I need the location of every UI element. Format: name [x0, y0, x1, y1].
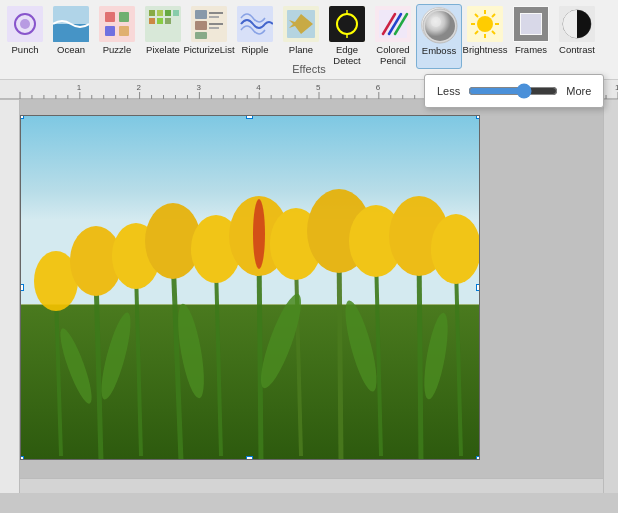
svg-rect-55 [521, 14, 541, 34]
handle-bm[interactable] [246, 456, 253, 460]
svg-rect-24 [209, 23, 223, 25]
svg-rect-13 [165, 10, 171, 16]
svg-point-82 [253, 199, 265, 269]
svg-point-41 [425, 11, 455, 41]
effect-label-emboss: Emboss [422, 45, 456, 56]
effect-item-ripple[interactable]: Ripple [232, 4, 278, 69]
svg-rect-12 [157, 10, 163, 16]
svg-rect-26 [237, 6, 273, 42]
effect-label-puzzle: Puzzle [103, 44, 132, 55]
handle-ml[interactable] [20, 284, 24, 291]
svg-rect-21 [195, 32, 207, 39]
image-frame[interactable] [20, 115, 480, 460]
effect-item-picturizelist[interactable]: PicturizeList [186, 4, 232, 69]
effect-label-picturizelist: PicturizeList [183, 44, 234, 55]
effect-item-punch[interactable]: Punch [2, 4, 48, 69]
svg-rect-7 [119, 12, 129, 22]
picturizelist-icon [191, 6, 227, 42]
svg-rect-11 [149, 10, 155, 16]
effect-item-pixelate[interactable]: Pixelate [140, 4, 186, 69]
svg-line-69 [419, 251, 421, 459]
svg-rect-15 [157, 18, 163, 24]
puzzle-icon [99, 6, 135, 42]
handle-bl[interactable] [20, 456, 24, 460]
svg-point-44 [477, 16, 493, 32]
svg-rect-6 [105, 12, 115, 22]
svg-point-2 [20, 19, 30, 29]
effect-item-edge-detect[interactable]: Edge Detect [324, 4, 370, 69]
vertical-scrollbar[interactable] [603, 100, 618, 493]
svg-rect-23 [209, 16, 219, 18]
effect-item-plane[interactable]: Plane [278, 4, 324, 69]
brightness-icon [467, 6, 503, 42]
svg-point-42 [431, 17, 441, 27]
pixelate-icon [145, 6, 181, 42]
effect-label-ocean: Ocean [57, 44, 85, 55]
effect-label-brightness: Brightness [463, 44, 508, 55]
effect-label-frames: Frames [515, 44, 547, 55]
slider-more-label: More [566, 85, 591, 97]
svg-rect-14 [149, 18, 155, 24]
horizontal-scrollbar[interactable] [20, 478, 603, 493]
effect-item-brightness[interactable]: Brightness [462, 4, 508, 69]
effect-item-emboss[interactable]: Emboss [416, 4, 462, 69]
contrast-icon [559, 6, 595, 42]
effect-label-ripple: Ripple [242, 44, 269, 55]
handle-tr[interactable] [476, 115, 480, 119]
handle-tm[interactable] [246, 115, 253, 119]
colored-pencil-icon [375, 6, 411, 42]
effect-item-puzzle[interactable]: Puzzle [94, 4, 140, 69]
frames-icon [513, 6, 549, 42]
effect-label-contrast: Contrast [559, 44, 595, 55]
vertical-ruler [0, 100, 20, 493]
emboss-slider[interactable] [468, 83, 558, 99]
svg-line-65 [259, 251, 261, 459]
effect-item-frames[interactable]: Frames [508, 4, 554, 69]
canvas-area [0, 100, 618, 493]
punch-icon [7, 6, 43, 42]
ocean-icon [53, 6, 89, 42]
effect-item-contrast[interactable]: Contrast [554, 4, 600, 69]
svg-rect-20 [195, 21, 207, 30]
slider-less-label: Less [437, 85, 460, 97]
canvas-image [21, 116, 479, 459]
handle-mr[interactable] [476, 284, 480, 291]
svg-rect-22 [209, 12, 223, 14]
plane-icon [283, 6, 319, 42]
ripple-icon [237, 6, 273, 42]
handle-tl[interactable] [20, 115, 24, 119]
emboss-icon [421, 7, 457, 43]
svg-rect-19 [195, 10, 207, 19]
effect-label-plane: Plane [289, 44, 313, 55]
svg-line-67 [339, 246, 341, 459]
svg-rect-8 [105, 26, 115, 36]
svg-rect-25 [209, 27, 219, 29]
effect-item-colored-pencil[interactable]: Colored Pencil [370, 4, 416, 69]
svg-rect-16 [165, 18, 171, 24]
svg-rect-9 [119, 26, 129, 36]
emboss-slider-popup: Less More [424, 74, 604, 108]
handle-br[interactable] [476, 456, 480, 460]
effect-item-ocean[interactable]: Ocean [48, 4, 94, 69]
svg-point-81 [431, 214, 479, 284]
effects-toolbar: PunchOceanPuzzlePixelatePicturizeListRip… [0, 0, 618, 80]
edge-detect-icon [329, 6, 365, 42]
effect-label-pixelate: Pixelate [146, 44, 180, 55]
svg-rect-59 [21, 305, 479, 459]
effect-label-punch: Punch [12, 44, 39, 55]
svg-rect-17 [173, 10, 179, 16]
svg-rect-5 [99, 6, 135, 42]
